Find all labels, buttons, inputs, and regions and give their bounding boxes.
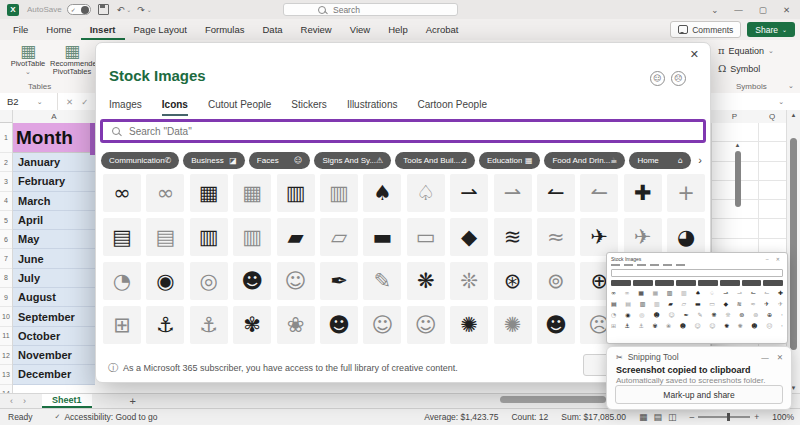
column-header-a[interactable]: A — [13, 110, 95, 124]
category-pill-home[interactable]: Home⌂ — [629, 152, 691, 169]
prev-sheet-icon[interactable]: ‹ — [10, 396, 13, 406]
stock-icon-angel-face[interactable]: ☻ — [320, 306, 358, 344]
ribbon-options-icon[interactable]: ⌄ — [711, 5, 718, 15]
stock-icon-acorn-outline[interactable]: ♤ — [407, 174, 445, 212]
category-pill-food-and-drin[interactable]: Food And Drin...☕ — [544, 152, 625, 169]
zoom-slider-thumb[interactable] — [727, 413, 730, 421]
cell-a10[interactable]: September — [13, 307, 95, 326]
row-header-9[interactable]: 9 — [0, 288, 12, 307]
stock-icon-agriculture[interactable]: ≋ — [494, 218, 532, 256]
menu-tab-data[interactable]: Data — [253, 19, 291, 40]
stock-icon-agriculture-outline[interactable]: ≈ — [537, 218, 575, 256]
stock-icon-acorn[interactable]: ♠ — [363, 174, 401, 212]
category-pill-communication[interactable]: Communication✆ — [101, 152, 179, 169]
stock-icon-arrow-merge-outline[interactable]: ⇀ — [494, 174, 532, 212]
row-header-12[interactable]: 12 — [0, 346, 12, 365]
notification-minimize-icon[interactable]: — — [761, 353, 769, 362]
feedback-frown-icon[interactable]: ☹ — [671, 71, 686, 86]
cell-a6[interactable]: May — [13, 230, 95, 249]
stock-search-box[interactable] — [100, 119, 706, 143]
next-sheet-icon[interactable]: › — [23, 396, 26, 406]
menu-tab-formulas[interactable]: Formulas — [196, 19, 254, 40]
stock-icon-address-book-2-outline[interactable]: ▥ — [233, 218, 271, 256]
row-header-14[interactable]: 14 — [0, 385, 12, 393]
menu-tab-file[interactable]: File — [4, 19, 37, 40]
stock-icon-alarm-ringing-outline[interactable]: ◎ — [190, 262, 228, 300]
stock-icon-ambulance[interactable]: ⊞ — [103, 306, 141, 344]
row-header-4[interactable]: 4 — [0, 192, 12, 211]
undo-chevron-icon[interactable]: ⌄ — [126, 6, 131, 13]
cell-a14[interactable] — [13, 385, 95, 393]
cell-a9[interactable]: August — [13, 288, 95, 307]
horizontal-scrollbar-thumb[interactable] — [500, 396, 606, 403]
stock-icon-airplane-outline[interactable]: ✈ — [624, 218, 662, 256]
page-layout-view-icon[interactable]: ▤ — [654, 412, 663, 422]
save-icon[interactable] — [98, 4, 109, 15]
row-header-11[interactable]: 11 — [0, 327, 12, 346]
stock-icon-arrow-branch-outline[interactable]: ↼ — [580, 174, 618, 212]
row-header-5[interactable]: 5 — [0, 211, 12, 230]
comments-button[interactable]: Comments — [670, 21, 741, 38]
stock-icon-angel-face-outline[interactable]: ☺ — [363, 306, 401, 344]
cell-a7[interactable]: June — [13, 249, 95, 268]
collapse-ribbon-icon[interactable]: ⌄ — [788, 82, 794, 90]
stock-icon-needle-outline[interactable]: ✎ — [363, 262, 401, 300]
stock-icon-address-book-outline[interactable]: ▤ — [146, 218, 184, 256]
vertical-scrollbar-thumb[interactable] — [790, 138, 797, 350]
accessibility-status[interactable]: ✓ Accessibility: Good to go — [55, 412, 158, 422]
scroll-up-icon[interactable]: ▲ — [733, 142, 742, 148]
maximize-button[interactable]: ▢ — [759, 5, 767, 15]
redo-chevron-icon[interactable]: ⌄ — [147, 6, 152, 13]
cell-a12[interactable]: November — [13, 346, 95, 365]
category-pill-tools-and-buil[interactable]: Tools And Buil...⊿ — [395, 152, 475, 169]
category-pill-signs-and-sy[interactable]: Signs And Sy...⚠ — [314, 152, 391, 169]
redo-icon[interactable]: ↷ — [137, 5, 145, 15]
zoom-slider[interactable] — [698, 416, 750, 418]
row-header-1[interactable]: 1 — [0, 123, 12, 153]
symbol-button[interactable]: Ω Symbol — [718, 63, 760, 74]
minimize-button[interactable]: — — [734, 5, 743, 15]
feedback-smile-icon[interactable]: ☺ — [650, 71, 665, 86]
autosave-toggle[interactable]: ✓ — [67, 4, 91, 15]
cell-a11[interactable]: October — [13, 327, 95, 346]
row-header-2[interactable]: 2 — [0, 153, 12, 172]
row-header-6[interactable]: 6 — [0, 230, 12, 249]
scrollbar-thumb[interactable] — [735, 151, 741, 207]
normal-view-icon[interactable]: ▦ — [639, 412, 648, 422]
cell-a5[interactable]: April — [13, 211, 95, 230]
stock-icon-alarm-ringing[interactable]: ◉ — [146, 262, 184, 300]
stock-icon-3d-glasses[interactable]: ∞ — [103, 174, 141, 212]
cell-a13[interactable]: December — [13, 365, 95, 384]
menu-tab-page-layout[interactable]: Page Layout — [125, 19, 196, 40]
stock-icon-anchor-outline[interactable]: ⚓ — [190, 306, 228, 344]
category-pill-education[interactable]: Education▦ — [479, 152, 541, 169]
stock-icon-africa[interactable]: ◆ — [450, 218, 488, 256]
close-button[interactable]: ✕ — [783, 5, 790, 15]
stock-icon-3d-glasses-outline[interactable]: ∞ — [146, 174, 184, 212]
undo-icon[interactable]: ↶ — [117, 5, 125, 15]
stock-icon-anger[interactable]: ✺ — [450, 306, 488, 344]
stock-icon-anger-outline[interactable]: ✺ — [494, 306, 532, 344]
stock-icon-add-outline[interactable]: + — [667, 174, 705, 212]
dialog-grid-scrollbar[interactable]: ▲ — [733, 142, 742, 246]
equation-button[interactable]: π Equation ⌄ — [718, 45, 774, 56]
stock-icon-airplane[interactable]: ✈ — [580, 218, 618, 256]
category-pill-business[interactable]: Business◪ — [183, 152, 245, 169]
share-button[interactable]: Share ⌄ — [747, 22, 795, 37]
menu-tab-home[interactable]: Home — [37, 19, 80, 40]
cell-a1[interactable]: Month — [13, 123, 95, 153]
dialog-tab-icons[interactable]: Icons — [162, 99, 188, 116]
stock-icon-alarm-clock-outline[interactable]: ◔ — [103, 262, 141, 300]
stock-icon-yarn-outline[interactable]: ❊ — [450, 262, 488, 300]
stock-icon-abacus-2-outline[interactable]: ▥ — [320, 174, 358, 212]
category-pill-faces[interactable]: Faces☺ — [249, 152, 311, 169]
stock-icon-angel-face-2-outline[interactable]: ☺ — [407, 306, 445, 344]
pivottable-button[interactable]: ▦ PivotTable ⌄ — [6, 43, 50, 76]
row-header-7[interactable]: 7 — [0, 249, 12, 268]
dialog-tab-cutout-people[interactable]: Cutout People — [208, 99, 271, 116]
stock-icon-address-book[interactable]: ▤ — [103, 218, 141, 256]
stock-icon-measuring-tape[interactable]: ⊛ — [494, 262, 532, 300]
menu-tab-help[interactable]: Help — [379, 19, 417, 40]
titlebar-search[interactable] — [283, 3, 458, 16]
stock-icon-alien-outline[interactable]: ☺ — [277, 262, 315, 300]
